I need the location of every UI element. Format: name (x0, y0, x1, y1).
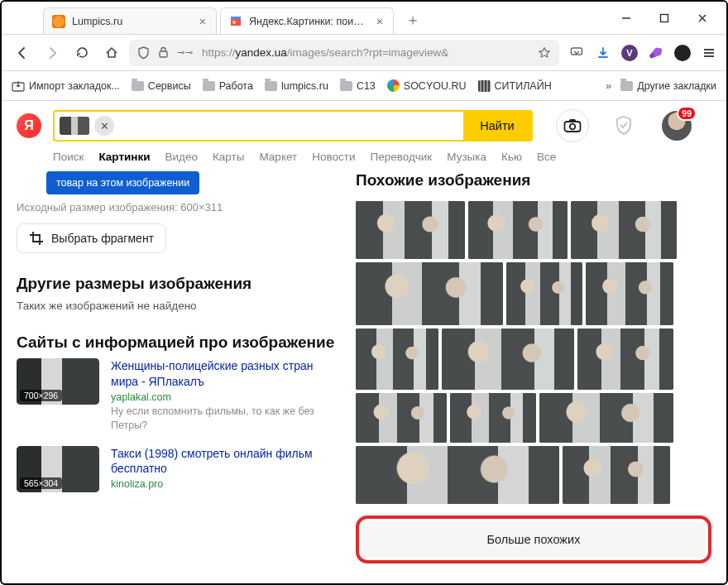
left-column: товар на этом изображении Исходный разме… (17, 171, 339, 585)
sitilain-icon (478, 80, 491, 92)
similar-image[interactable] (356, 446, 559, 504)
notification-badge: 99 (677, 106, 697, 121)
tab-close-icon[interactable]: × (373, 15, 386, 27)
similar-image[interactable] (563, 446, 670, 504)
search-input[interactable] (117, 112, 463, 140)
window-close-button[interactable] (683, 5, 721, 31)
svg-rect-1 (231, 17, 241, 19)
thumbnail-dimensions: 565×304 (20, 477, 62, 489)
extension-pencil-icon[interactable] (647, 44, 665, 62)
bookmark-sitilain[interactable]: СИТИЛАЙН (478, 80, 552, 92)
bookmark-socyou[interactable]: SOCYOU.RU (387, 79, 467, 92)
folder-icon (340, 81, 352, 91)
crop-icon (29, 231, 44, 246)
protection-icon[interactable] (609, 111, 639, 141)
yandex-header: Я ✕ Найти 99 (2, 101, 726, 147)
camera-icon (563, 118, 582, 133)
import-bookmarks-label: Импорт закладок... (29, 80, 120, 92)
tab-title: Lumpics.ru (72, 16, 189, 27)
similar-image[interactable] (571, 201, 677, 259)
user-avatar[interactable]: 99 (662, 111, 692, 141)
tab-video[interactable]: Видео (165, 151, 198, 163)
tab-market[interactable]: Маркет (259, 151, 297, 163)
browser-tab-yandex-images[interactable]: Яндекс.Картинки: поиск по из × (220, 7, 394, 34)
clear-chip-button[interactable]: ✕ (94, 116, 114, 136)
tab-q[interactable]: Кью (501, 151, 522, 163)
nav-back-button[interactable] (10, 41, 35, 65)
similar-image[interactable] (442, 328, 574, 390)
nav-reload-button[interactable] (69, 41, 94, 65)
similar-image[interactable] (356, 393, 447, 443)
folder-icon (620, 81, 633, 91)
url-text: https://yandex.ua/images/search?rpt=imag… (202, 46, 529, 59)
similar-image[interactable] (539, 393, 673, 443)
lumpics-favicon (52, 15, 65, 28)
highlight-annotation: Больше похожих (356, 515, 711, 563)
bookmark-folder-c13[interactable]: C13 (340, 80, 376, 92)
bookmark-star-icon[interactable] (538, 46, 551, 60)
tab-search[interactable]: Поиск (53, 151, 84, 163)
similar-image[interactable] (506, 262, 582, 325)
permissions-icon[interactable]: ⊸⊸ (177, 47, 194, 58)
site-domain[interactable]: kinoliza.pro (111, 478, 339, 490)
site-result: 700×296 Женщины-полицейские разных стран… (17, 358, 339, 433)
extension-dark-icon[interactable] (673, 44, 692, 62)
tab-translate[interactable]: Переводчик (370, 151, 432, 163)
window-maximize-button[interactable] (645, 5, 683, 31)
site-title-link[interactable]: Женщины-полицейские разных стран мира - … (111, 358, 339, 390)
search-button[interactable]: Найти (463, 112, 531, 140)
product-on-image-chip[interactable]: товар на этом изображении (46, 171, 199, 194)
yandex-logo[interactable]: Я (17, 113, 41, 138)
site-title-link[interactable]: Такси (1998) смотреть онлайн фильм беспл… (111, 446, 339, 477)
tab-all[interactable]: Все (537, 151, 556, 163)
similar-images-heading: Похожие изображения (356, 171, 711, 189)
pocket-icon[interactable] (568, 44, 586, 62)
similar-image[interactable] (356, 262, 503, 325)
tab-strip: Lumpics.ru × Яндекс.Картинки: поиск по и… (2, 2, 726, 35)
bookmarks-overflow-button[interactable]: » (606, 80, 609, 92)
similar-image[interactable] (356, 201, 465, 259)
bookmark-folder-services[interactable]: Сервисы (132, 80, 191, 92)
lock-icon[interactable] (158, 46, 169, 59)
svg-rect-7 (160, 51, 167, 57)
tab-music[interactable]: Музыка (447, 151, 486, 163)
bookmarks-bar: Импорт закладок... Сервисы Работа lumpic… (2, 71, 726, 101)
image-search-chip[interactable] (60, 117, 89, 135)
site-thumbnail[interactable]: 565×304 (17, 446, 99, 492)
downloads-icon[interactable] (594, 44, 612, 62)
window-minimize-button[interactable] (607, 5, 645, 31)
similar-image[interactable] (356, 328, 438, 390)
url-bar[interactable]: ⊸⊸ https://yandex.ua/images/search?rpt=i… (129, 40, 559, 66)
nav-forward-button[interactable] (40, 41, 65, 65)
search-bar: ✕ Найти (53, 110, 533, 141)
extension-v-icon[interactable]: V (620, 44, 639, 62)
tab-maps[interactable]: Карты (213, 151, 244, 163)
tab-images[interactable]: Картинки (98, 151, 150, 163)
yandex-favicon (229, 15, 242, 28)
similar-image[interactable] (450, 393, 536, 443)
tracking-protection-icon[interactable] (137, 46, 150, 60)
similar-image[interactable] (468, 201, 568, 259)
bookmark-folder-work[interactable]: Работа (203, 80, 253, 92)
app-menu-button[interactable] (700, 44, 718, 62)
nav-home-button[interactable] (99, 41, 124, 65)
browser-tab-lumpics[interactable]: Lumpics.ru × (43, 7, 217, 34)
more-similar-button[interactable]: Больше похожих (362, 521, 706, 558)
site-thumbnail[interactable]: 700×296 (17, 358, 99, 405)
similar-image[interactable] (586, 262, 673, 325)
similar-images-grid (356, 201, 711, 504)
socyou-icon (387, 79, 400, 92)
search-by-image-button[interactable] (556, 109, 589, 142)
bookmark-folder-lumpics[interactable]: lumpics.ru (265, 80, 328, 92)
site-domain[interactable]: yaplakal.com (111, 391, 339, 403)
import-icon (12, 80, 25, 92)
tab-news[interactable]: Новости (312, 151, 355, 163)
page-content: товар на этом изображении Исходный разме… (2, 171, 726, 585)
other-bookmarks-button[interactable]: Другие закладки (620, 80, 716, 92)
select-fragment-button[interactable]: Выбрать фрагмент (17, 223, 166, 253)
new-tab-button[interactable]: ＋ (402, 9, 424, 31)
import-bookmarks-button[interactable]: Импорт закладок... (12, 80, 120, 92)
similar-image[interactable] (577, 328, 673, 390)
svg-point-2 (232, 21, 236, 24)
tab-close-icon[interactable]: × (196, 15, 209, 27)
